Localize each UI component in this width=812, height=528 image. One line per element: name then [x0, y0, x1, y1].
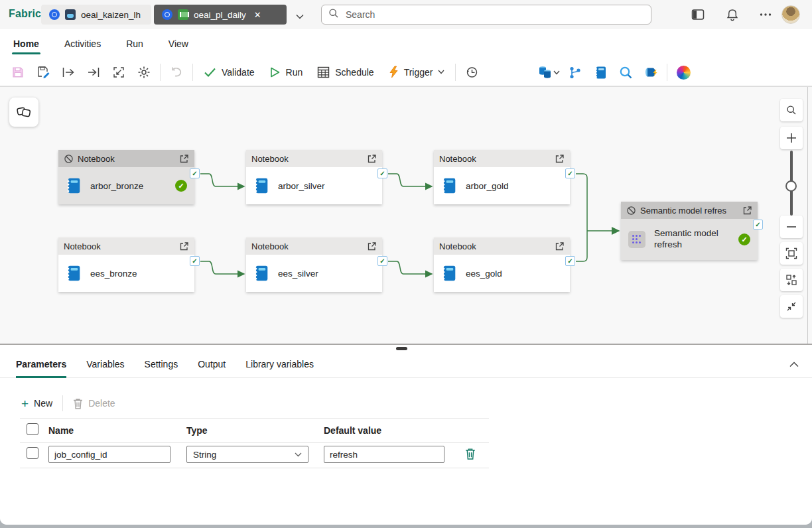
- tab-list-chevron-down-icon[interactable]: [296, 10, 304, 15]
- node-semantic-model-refresh[interactable]: Semantic model refres Semantic model ref…: [621, 202, 758, 260]
- pipeline-toolbar: Validate Run Schedule Trigger: [0, 58, 812, 86]
- node-arbor-bronze[interactable]: Notebook arbor_bronze: [58, 150, 194, 204]
- run-play-icon: [269, 66, 281, 78]
- notebook-icon: [66, 265, 82, 282]
- save-as-icon[interactable]: [31, 62, 56, 83]
- open-notebook-icon[interactable]: [555, 154, 565, 164]
- success-status-icon: [738, 233, 750, 245]
- deactivate-icon[interactable]: [626, 206, 636, 216]
- actions-divider: [62, 395, 63, 411]
- on-success-port[interactable]: [565, 256, 575, 266]
- toolbar-divider: [192, 64, 193, 81]
- move-to-bar-icon[interactable]: [81, 62, 106, 83]
- chevron-down-icon: [438, 70, 444, 74]
- tab-output[interactable]: Output: [198, 350, 226, 378]
- global-search[interactable]: [321, 5, 651, 25]
- on-success-port[interactable]: [190, 256, 200, 266]
- open-notebook-icon[interactable]: [179, 241, 189, 251]
- tab-variables[interactable]: Variables: [86, 350, 124, 378]
- collapse-canvas-button[interactable]: [780, 295, 803, 318]
- side-panel-toggle-icon[interactable]: [690, 7, 706, 23]
- run-button[interactable]: Run: [262, 62, 310, 83]
- search-explore-blue-icon[interactable]: [613, 62, 638, 83]
- notebook-icon: [253, 177, 269, 194]
- node-body: arbor_bronze: [58, 167, 194, 204]
- node-header: Semantic model refres: [621, 202, 758, 219]
- plus-icon: [786, 133, 797, 143]
- validate-button[interactable]: Validate: [196, 62, 262, 83]
- zoom-to-fit-button[interactable]: [780, 242, 803, 265]
- user-avatar[interactable]: [781, 5, 800, 24]
- menu-activities[interactable]: Activities: [63, 31, 102, 57]
- pipeline-canvas[interactable]: Notebook arbor_bronze Notebook arbor_sil…: [0, 86, 812, 345]
- open-notebook-icon[interactable]: [179, 154, 189, 164]
- activities-shapes-button[interactable]: [9, 98, 38, 127]
- schedule-button[interactable]: Schedule: [310, 62, 381, 83]
- node-arbor-silver[interactable]: Notebook arbor_silver: [246, 150, 382, 204]
- run-history-icon[interactable]: [459, 62, 484, 83]
- auto-align-button[interactable]: [780, 269, 803, 291]
- tab-parameters[interactable]: Parameters: [16, 350, 66, 378]
- close-tab-icon[interactable]: ✕: [254, 11, 261, 19]
- success-status-icon: [175, 180, 187, 192]
- row-checkbox[interactable]: [27, 447, 38, 459]
- trigger-button[interactable]: Trigger: [381, 62, 452, 83]
- toolbar-divider: [455, 64, 456, 81]
- search-input[interactable]: [344, 9, 644, 21]
- node-arbor-gold[interactable]: Notebook arbor_gold: [434, 150, 570, 204]
- more-options-ellipsis-icon[interactable]: [758, 7, 774, 23]
- on-success-port[interactable]: [565, 168, 575, 178]
- tab-settings[interactable]: Settings: [145, 350, 178, 378]
- parameter-type-select[interactable]: String: [186, 446, 308, 463]
- chevron-down-icon[interactable]: [553, 70, 560, 75]
- notebook-blue-icon[interactable]: [588, 62, 613, 83]
- zoom-out-button[interactable]: [780, 216, 803, 238]
- top-bar: Fabric oeai_kaizen_lh oeai_pl_daily ✕: [0, 0, 812, 29]
- notifications-bell-icon[interactable]: [724, 7, 740, 23]
- deactivate-icon[interactable]: [64, 154, 74, 164]
- tab-oeai-pl-daily[interactable]: oeai_pl_daily ✕: [154, 5, 287, 25]
- node-ees-silver[interactable]: Notebook ees_silver: [246, 237, 382, 292]
- node-body: ees_silver: [246, 255, 382, 292]
- copilot-icon[interactable]: [671, 62, 696, 83]
- tab-oeai-kaizen-lh[interactable]: oeai_kaizen_lh: [41, 5, 151, 25]
- parameter-default-value-input[interactable]: [324, 446, 444, 463]
- parameter-name-input[interactable]: [48, 446, 170, 463]
- delete-parameter-button[interactable]: Delete: [73, 398, 115, 409]
- export-screen-icon[interactable]: [106, 62, 131, 83]
- select-all-checkbox[interactable]: [27, 423, 38, 435]
- plus-icon: +: [21, 397, 29, 410]
- table-divider: [20, 468, 489, 468]
- open-notebook-icon[interactable]: [555, 241, 565, 251]
- open-notebook-icon[interactable]: [367, 154, 377, 164]
- menu-run[interactable]: Run: [125, 31, 145, 57]
- table-divider: [20, 442, 489, 443]
- on-success-port[interactable]: [753, 220, 763, 230]
- open-semantic-model-icon[interactable]: [742, 206, 752, 216]
- node-header: Notebook: [58, 237, 194, 255]
- on-success-port[interactable]: [377, 168, 387, 178]
- node-ees-bronze[interactable]: Notebook ees_bronze: [58, 237, 194, 292]
- menu-view[interactable]: View: [167, 31, 190, 57]
- tab-library-variables[interactable]: Library variables: [245, 350, 314, 378]
- eventstream-icon[interactable]: [638, 62, 663, 83]
- undo-icon[interactable]: [164, 62, 189, 83]
- canvas-search-button[interactable]: [780, 99, 803, 121]
- node-ees-gold[interactable]: Notebook ees_gold: [434, 237, 570, 292]
- zoom-slider-thumb[interactable]: [785, 180, 797, 192]
- configuration-panel: Parameters Variables Settings Output Lib…: [0, 350, 812, 525]
- delete-row-trash-icon[interactable]: [465, 448, 476, 460]
- collapse-panel-chevron-up-icon[interactable]: [788, 358, 800, 370]
- new-parameter-button[interactable]: + New: [21, 397, 52, 410]
- source-control-branch-icon[interactable]: [563, 62, 588, 83]
- settings-gear-icon[interactable]: [131, 62, 157, 83]
- trash-icon: [73, 398, 83, 409]
- menu-home[interactable]: Home: [12, 31, 40, 57]
- zoom-in-button[interactable]: [780, 127, 803, 149]
- open-notebook-icon[interactable]: [367, 241, 377, 251]
- node-name: ees_gold: [466, 269, 502, 279]
- save-icon[interactable]: [5, 62, 31, 83]
- on-success-port[interactable]: [377, 256, 387, 266]
- move-from-bar-icon[interactable]: [56, 62, 81, 83]
- on-success-port[interactable]: [190, 168, 200, 178]
